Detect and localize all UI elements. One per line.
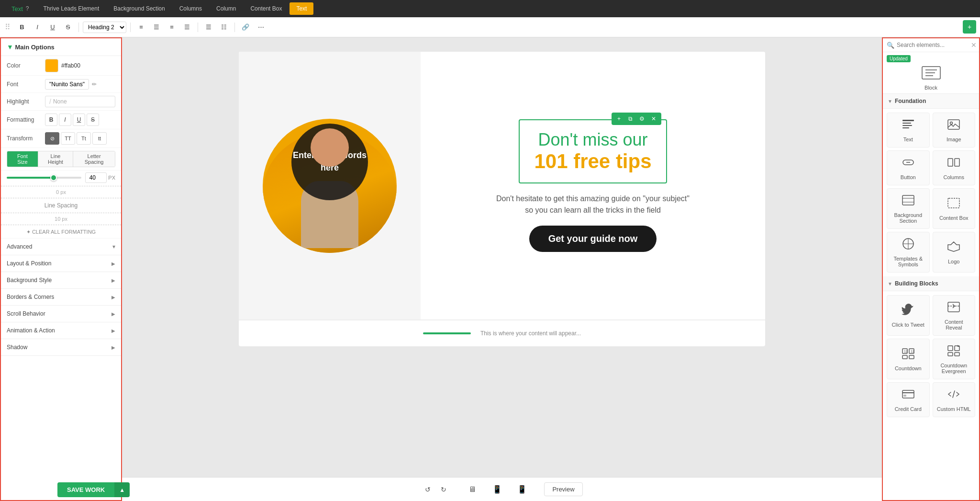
headline-box: + ⧉ ⚙ ✕ Don't miss our 101 free tips [519,119,667,183]
save-options-button[interactable]: ▲ [114,482,130,497]
block-icon [922,66,941,83]
nav-item-column[interactable]: Column [210,2,243,15]
nav-item-columns[interactable]: Columns [173,2,209,15]
font-size-slider[interactable] [7,177,81,179]
strikethrough-fmt-button[interactable]: S [87,114,99,126]
italic-fmt-button[interactable]: I [59,114,71,126]
headline-line-2[interactable]: 101 free tips [534,150,651,173]
color-swatch[interactable]: #ffab00 [45,59,115,72]
scroll-behavior-section[interactable]: Scroll Behavior ▶ [1,306,121,322]
element-credit-card[interactable]: Credit Card [887,382,930,417]
close-search-button[interactable]: ✕ [971,41,977,49]
edit-font-icon[interactable]: ✏ [92,81,97,88]
redo-button[interactable]: ↻ [437,483,450,496]
mobile-view-button[interactable]: 📱 [514,482,530,497]
layout-position-section[interactable]: Layout & Position ▶ [1,255,121,272]
tablet-view-button[interactable]: 📱 [490,482,505,497]
subtext-line-2[interactable]: so you can learn all the tricks in the f… [525,206,661,214]
search-input[interactable] [897,42,969,48]
building-blocks-collapse-icon: ▼ [888,281,892,286]
main-layout: ▼ Main Options Color #ffab00 Font "Nunit… [0,37,980,501]
link-button[interactable]: 🔗 [239,21,252,34]
borders-corners-section[interactable]: Borders & Corners ▶ [1,289,121,306]
underline-fmt-button[interactable]: U [73,114,85,126]
preview-button[interactable]: Preview [544,482,582,496]
background-style-section[interactable]: Background Style ▶ [1,272,121,289]
element-click-to-tweet[interactable]: Click to Tweet [887,295,930,336]
font-size-input[interactable] [85,172,107,183]
bold-button[interactable]: B [15,21,29,34]
headline-line-1[interactable]: Don't miss our [534,130,651,150]
strikethrough-button[interactable]: S [61,21,75,34]
building-blocks-label: Building Blocks [895,280,938,287]
desktop-view-button[interactable]: 🖥 [465,482,480,497]
letter-spacing-tab[interactable]: Letter Spacing [73,151,115,167]
transform-label: Transform [7,135,45,142]
foundation-section-header[interactable]: ▼ Foundation [883,94,979,109]
element-templates[interactable]: Templates & Symbols [887,232,930,273]
page-title-area: Text ? [5,2,36,15]
underline-button[interactable]: U [46,21,59,34]
image-element-icon [947,118,960,134]
align-left-button[interactable]: ≡ [134,21,148,34]
nav-item-text[interactable]: Text [290,2,313,15]
nav-item-background-section[interactable]: Background Section [107,2,171,15]
element-logo[interactable]: Logo [933,232,976,273]
building-blocks-section-header[interactable]: ▼ Building Blocks [883,276,979,291]
slider-track [7,177,52,179]
element-columns[interactable]: Columns [933,150,976,185]
align-right-button[interactable]: ≡ [165,21,178,34]
element-image[interactable]: Image [933,113,976,148]
font-size-tabs-row: Font Size Line Height Letter Spacing [1,148,121,171]
cta-button[interactable]: Get your guide now [529,226,657,252]
transform-capitalize-button[interactable]: Tt [77,132,91,145]
element-countdown-evergreen[interactable]: Countdown Evergreen [933,339,976,379]
font-selector[interactable]: "Nunito Sans" ✏ [45,79,115,90]
subtext-line-1[interactable]: Don't hesitate to get this amazing guide… [496,194,690,203]
nav-item-content-box[interactable]: Content Box [244,2,289,15]
color-box[interactable] [45,59,58,72]
slider-thumb[interactable] [50,174,57,181]
drag-handle-icon[interactable]: ⠿ [5,23,11,32]
font-size-tab[interactable]: Font Size [7,151,38,167]
transform-uppercase-button[interactable]: TT [61,132,75,145]
nav-item-thrive-leads-element[interactable]: Thrive Leads Element [37,2,106,15]
undo-button[interactable]: ↺ [421,483,434,496]
justify-button[interactable]: ☰ [180,21,194,34]
advanced-section[interactable]: Advanced ▾ [1,239,121,255]
add-element-button[interactable]: + [614,114,624,124]
align-center-button[interactable]: ☰ [150,21,163,34]
add-element-top-button[interactable]: + [963,20,976,34]
element-text[interactable]: Text [887,113,930,148]
animation-action-section[interactable]: Animation & Action ▶ [1,322,121,339]
element-countdown[interactable]: 1212 Countdown [887,339,930,379]
line-height-tab[interactable]: Line Height [38,151,73,167]
element-button[interactable]: Button [887,150,930,185]
transform-lowercase-button[interactable]: tt [92,132,107,145]
list-ol-button[interactable]: ☷ [217,21,231,34]
transform-none-button[interactable]: ⊘ [45,132,59,145]
delete-element-button[interactable]: ✕ [649,114,658,124]
help-icon[interactable]: ? [26,5,29,12]
duplicate-element-button[interactable]: ⧉ [626,114,635,124]
clear-formatting-label: ✦ CLEAR ALL FORMATTING [26,229,96,235]
section-arrow-icon: ▶ [111,261,115,266]
shadow-section[interactable]: Shadow ▶ [1,339,121,356]
heading-select[interactable]: Heading 2 Heading 1 Heading 3 Paragraph [83,22,126,33]
element-background-section[interactable]: Background Section [887,188,930,229]
settings-element-button[interactable]: ⚙ [637,114,647,124]
clear-formatting-button[interactable]: ✦ CLEAR ALL FORMATTING [1,226,121,239]
save-work-button[interactable]: SAVE WORK [57,482,114,497]
format-more-button[interactable]: ⋯ [254,21,267,34]
element-content-box[interactable]: Content Box [933,188,976,229]
element-custom-html[interactable]: Custom HTML [933,382,976,417]
advanced-label: Advanced [7,243,32,250]
templates-element-label: Templates & Symbols [890,256,926,267]
highlight-selector[interactable]: / None [45,96,115,107]
list-ul-button[interactable]: ☰ [202,21,215,34]
expand-icon[interactable]: ▼ [7,43,13,51]
element-content-reveal[interactable]: Content Reveal [933,295,976,336]
layout-position-label: Layout & Position [7,260,51,267]
bold-fmt-button[interactable]: B [45,114,57,126]
italic-button[interactable]: I [31,21,44,34]
